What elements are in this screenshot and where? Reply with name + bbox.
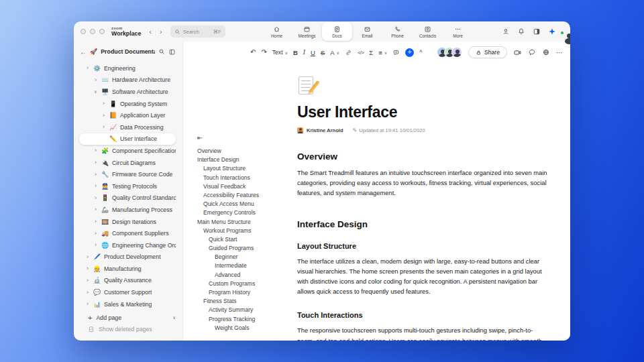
chevron-icon[interactable]: › xyxy=(101,113,106,119)
chevron-icon[interactable]: › xyxy=(85,290,90,296)
chevron-icon[interactable]: › xyxy=(93,242,98,248)
outline-item[interactable]: Custom Programs xyxy=(197,280,297,288)
ai-companion-sparkle-icon[interactable] xyxy=(548,27,556,36)
tree-item[interactable]: ✏️ User Interface xyxy=(79,133,176,145)
document-title[interactable]: User Interface xyxy=(297,103,549,121)
text-style-dropdown[interactable]: Text∨ xyxy=(272,49,288,56)
chevron-icon[interactable]: › xyxy=(85,265,90,272)
tree-item[interactable]: › 🖊️ Product Development xyxy=(79,251,176,263)
nav-forward-button[interactable]: › xyxy=(160,27,162,36)
tree-item[interactable]: › ⚙️ Engineering xyxy=(79,62,176,74)
tree-item[interactable]: › 📙 Application Layer xyxy=(79,109,176,121)
outline-item[interactable]: Layout Structure xyxy=(197,164,297,173)
insert-button[interactable]: + xyxy=(405,48,414,57)
outline-item[interactable]: Quick Access Menu xyxy=(197,200,297,208)
outline-item[interactable]: Advanced xyxy=(197,271,297,280)
tree-item[interactable]: › 🔧 Firmware Source Code xyxy=(79,168,176,180)
add-page-button[interactable]: + Add page ∨ xyxy=(79,312,176,324)
document-body[interactable]: User Interface Kristine Arnold ✎ Updated… xyxy=(297,63,549,341)
outline-item[interactable]: Visual Feedback xyxy=(197,182,297,191)
tab-meetings[interactable]: Meetings xyxy=(292,22,322,41)
strikethrough-button[interactable]: S xyxy=(321,49,325,56)
chevron-icon[interactable]: › xyxy=(85,254,90,260)
collapse-toolbar-button[interactable]: ^ xyxy=(419,49,422,56)
outline-item[interactable]: Main Menu Structure xyxy=(197,218,297,227)
tree-item[interactable]: › 🦾 Manufacturing Process xyxy=(79,204,176,216)
workspace-title[interactable]: Product Documenta... xyxy=(101,48,155,55)
chevron-icon[interactable]: › xyxy=(93,231,98,237)
chevron-icon[interactable]: › xyxy=(93,172,98,178)
outline-item[interactable]: Workout Programs xyxy=(197,227,297,235)
chat-bubble-icon[interactable] xyxy=(528,48,536,56)
tree-item[interactable]: › 🚚 Component Suppliers xyxy=(79,227,176,239)
text-color-dropdown[interactable]: A∨ xyxy=(330,49,339,56)
chevron-icon[interactable]: ∨ xyxy=(93,90,98,95)
chevron-icon[interactable]: › xyxy=(85,301,90,307)
minimize-button[interactable] xyxy=(90,29,95,34)
outline-item[interactable]: Interface Design xyxy=(197,156,297,164)
more-options-button[interactable]: ⋯ xyxy=(556,49,564,56)
chevron-icon[interactable]: › xyxy=(93,183,98,189)
tree-item[interactable]: › 📱 Operating System xyxy=(79,98,176,110)
tab-phone[interactable]: Phone xyxy=(382,22,413,41)
underline-button[interactable]: U xyxy=(311,49,315,56)
tree-item[interactable]: › 📊 Sales & Marketing xyxy=(79,298,176,310)
paragraph-touch-interactions[interactable]: The responsive touchscreen supports mult… xyxy=(297,325,549,341)
tree-item[interactable]: › 📈 Data Processing xyxy=(79,121,176,133)
sidebar-search-button[interactable] xyxy=(158,48,165,55)
link-icon[interactable] xyxy=(345,49,352,56)
side-panel-icon[interactable] xyxy=(533,27,541,36)
italic-button[interactable]: I xyxy=(303,49,305,56)
close-button[interactable] xyxy=(80,29,86,34)
tree-item[interactable]: › 🧩 Component Specifications xyxy=(79,145,176,157)
document-emoji-icon[interactable] xyxy=(297,76,317,95)
notifications-bell-icon[interactable] xyxy=(517,27,525,36)
outline-item[interactable]: Accessibility Features xyxy=(197,191,297,200)
outline-item[interactable]: Emergency Controls xyxy=(197,208,297,217)
tree-item[interactable]: › 🔬 Quality Assurance xyxy=(79,275,176,287)
tab-email[interactable]: Email xyxy=(352,22,382,41)
tree-item[interactable]: › 💬 Customer Support xyxy=(79,286,176,298)
collaborator-avatar[interactable] xyxy=(451,47,462,58)
tab-docs[interactable]: Docs xyxy=(322,22,352,41)
tree-item[interactable]: › 🔌 Circuit Diagrams xyxy=(79,157,176,169)
tree-item[interactable]: › 🚦 Quality Control Standards xyxy=(79,192,176,204)
bold-button[interactable]: B xyxy=(293,49,298,56)
heading-overview[interactable]: Overview xyxy=(297,152,549,162)
outline-item[interactable]: Guided Programs xyxy=(197,244,297,253)
chevron-icon[interactable]: › xyxy=(93,147,98,154)
profile-icon[interactable] xyxy=(502,27,510,36)
chevron-icon[interactable]: › xyxy=(93,206,98,213)
outline-collapse-icon[interactable]: ⇤ xyxy=(197,134,297,141)
tree-item[interactable]: › 👮 Testing Protocols xyxy=(79,180,176,192)
code-button[interactable]: </> xyxy=(358,50,364,56)
chevron-icon[interactable]: › xyxy=(85,278,90,284)
chevron-icon[interactable]: › xyxy=(93,160,98,166)
nav-back-button[interactable]: ‹ xyxy=(149,27,152,36)
heading-interface-design[interactable]: Interface Design xyxy=(297,219,549,229)
heading-touch-interactions[interactable]: Touch Interactions xyxy=(297,311,549,319)
paragraph-layout-structure[interactable]: The interface utilizes a clean, modern d… xyxy=(297,256,549,297)
outline-item[interactable]: Progress Tracking xyxy=(197,315,297,324)
chevron-icon[interactable]: › xyxy=(93,195,98,201)
outline-item[interactable]: Beginner xyxy=(197,253,297,261)
tab-more[interactable]: More xyxy=(443,22,473,41)
tree-item[interactable]: › ⌨️ Hardware Architecture xyxy=(79,74,176,86)
outline-item[interactable]: Intermediate xyxy=(197,261,297,270)
outline-item[interactable]: Quick Start xyxy=(197,235,297,244)
global-search-input[interactable]: Search ⌘F xyxy=(170,25,225,38)
redo-button[interactable]: ↷ xyxy=(261,49,266,56)
outline-item[interactable]: Fitness Stats xyxy=(197,297,297,306)
outline-item[interactable]: Weight Goals xyxy=(197,324,297,333)
chevron-icon[interactable]: › xyxy=(101,124,106,130)
undo-button[interactable]: ↶ xyxy=(250,49,256,56)
globe-icon[interactable] xyxy=(542,48,550,56)
chevron-icon[interactable]: › xyxy=(101,101,106,107)
sidebar-back-button[interactable]: ← xyxy=(80,48,87,56)
chevron-icon[interactable]: › xyxy=(93,219,98,225)
chevron-icon[interactable]: › xyxy=(85,65,90,71)
outline-item[interactable]: Overview xyxy=(197,147,297,156)
tree-item[interactable]: ∨ 🖥️ Software Architecture xyxy=(79,86,176,98)
tree-item[interactable]: › 👷 Manufacturing xyxy=(79,263,176,275)
heading-layout-structure[interactable]: Layout Structure xyxy=(297,242,549,250)
